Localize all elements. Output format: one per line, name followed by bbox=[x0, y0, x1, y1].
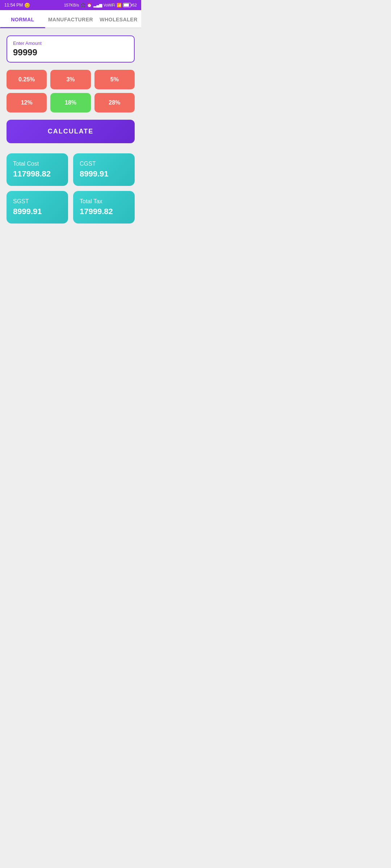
amount-input-container[interactable]: Enter Amount bbox=[7, 35, 135, 63]
emoji-icon: 😊 bbox=[24, 3, 30, 8]
tab-normal[interactable]: NORMAL bbox=[0, 10, 45, 27]
status-left: 11:54 PM 😊 bbox=[4, 3, 30, 8]
network-speed: 157KB/s bbox=[64, 3, 79, 7]
total-tax-label: Total Tax bbox=[80, 198, 128, 205]
battery-percent: 52 bbox=[133, 3, 137, 7]
headphone-icon: 🎧 bbox=[80, 3, 85, 8]
wifi-icon: 📶 bbox=[117, 3, 122, 8]
status-right: 157KB/s 🎧 ⏰ ▂▄▆ VoWiFi 📶 52 bbox=[64, 3, 137, 8]
alarm-icon: ⏰ bbox=[87, 3, 92, 8]
status-bar: 11:54 PM 😊 157KB/s 🎧 ⏰ ▂▄▆ VoWiFi 📶 52 bbox=[0, 0, 141, 10]
battery-indicator bbox=[123, 3, 131, 7]
calculate-button[interactable]: CALCULATE bbox=[7, 120, 135, 143]
sgst-label: SGST bbox=[13, 198, 62, 205]
cgst-label: CGST bbox=[80, 161, 128, 167]
amount-label: Enter Amount bbox=[13, 41, 128, 46]
time-display: 11:54 PM bbox=[4, 3, 23, 8]
main-content: Enter Amount 0.25% 3% 5% 12% 18% 28% CAL… bbox=[0, 28, 141, 231]
gst-button-3[interactable]: 3% bbox=[50, 70, 91, 89]
tab-wholesaler[interactable]: WHOLESALER bbox=[96, 10, 141, 27]
result-card-cgst: CGST 8999.91 bbox=[73, 153, 135, 186]
gst-button-5[interactable]: 5% bbox=[94, 70, 135, 89]
gst-button-18[interactable]: 18% bbox=[50, 93, 91, 112]
result-card-total-tax: Total Tax 17999.82 bbox=[73, 191, 135, 224]
result-card-total-cost: Total Cost 117998.82 bbox=[7, 153, 68, 186]
gst-buttons-grid: 0.25% 3% 5% 12% 18% 28% bbox=[7, 70, 135, 112]
tab-manufacturer[interactable]: MANUFACTURER bbox=[45, 10, 96, 27]
vowifi-icon: VoWiFi bbox=[104, 3, 115, 7]
amount-input[interactable] bbox=[13, 47, 128, 58]
total-cost-value: 117998.82 bbox=[13, 169, 62, 179]
total-tax-value: 17999.82 bbox=[80, 207, 128, 216]
signal-bars: ▂▄▆ bbox=[93, 3, 102, 8]
gst-button-12[interactable]: 12% bbox=[7, 93, 47, 112]
sgst-value: 8999.91 bbox=[13, 207, 62, 216]
gst-button-28[interactable]: 28% bbox=[94, 93, 135, 112]
result-card-sgst: SGST 8999.91 bbox=[7, 191, 68, 224]
total-cost-label: Total Cost bbox=[13, 161, 62, 167]
tabs-container: NORMAL MANUFACTURER WHOLESALER bbox=[0, 10, 141, 28]
gst-button-0-25[interactable]: 0.25% bbox=[7, 70, 47, 89]
cgst-value: 8999.91 bbox=[80, 169, 128, 179]
results-grid: Total Cost 117998.82 CGST 8999.91 SGST 8… bbox=[7, 153, 135, 224]
